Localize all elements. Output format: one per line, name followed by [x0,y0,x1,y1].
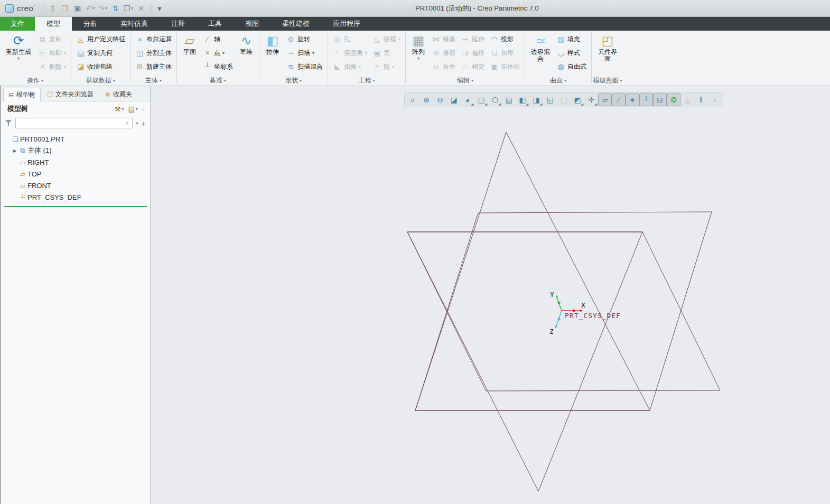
extend-button[interactable]: ↦延伸 [459,32,487,46]
tree-display-options-icon[interactable]: ▤▾ [128,105,137,113]
group-label-形状[interactable]: 形状▾ [260,76,327,86]
open-file-icon[interactable]: ❐ [59,3,71,14]
boolean-button[interactable]: ●布尔运算 [133,32,174,46]
csys-display-icon[interactable]: ┴ [639,94,653,106]
datum-plane-button[interactable]: ▱平面 [180,32,200,57]
axis-display-icon[interactable]: ∕ [612,94,626,106]
revolve-button[interactable]: ⊙旋转 [284,32,325,46]
thicken-button[interactable]: ⊔加厚 [488,46,522,60]
delete-button[interactable]: ✕删除▾ [36,60,68,73]
tree-filter-input[interactable] [15,118,133,128]
group-label-模型意图[interactable]: 模型意图▾ [592,76,623,86]
group-label-获取数据[interactable]: 获取数据▾ [72,76,129,86]
tab-应用程序[interactable]: 应用程序 [321,17,372,31]
solidify-button[interactable]: ◼实体化 [488,60,522,73]
display-style-icon[interactable]: ▢◢ [474,94,488,106]
draft-button[interactable]: ◺拔模▾ [370,32,403,46]
annotation-display-icon[interactable]: ⊟ [653,94,667,106]
tree-row[interactable]: ▱FRONT [0,180,150,191]
pattern-button[interactable]: ▦阵列▾ [408,32,428,62]
group-label-编辑[interactable]: 编辑▾ [406,76,524,86]
plane-display-icon[interactable]: ▱ [598,94,612,106]
paste-button[interactable]: ⎘粘贴▾ [36,46,68,60]
datum-axis-button[interactable]: ∕轴 [201,32,235,46]
tree-row[interactable]: ❏PRT0001.PRT [0,133,150,145]
hole-button[interactable]: ◎孔 [331,32,369,46]
swept-blend-button[interactable]: ≋扫描混合 [284,60,325,73]
tree-settings-icon[interactable]: ⚒▾ [115,105,124,113]
dragger-display-icon[interactable]: ◬ [680,94,694,106]
rib-button[interactable]: ≡筋▾ [370,60,403,73]
panel-tab-模型树[interactable]: ⊟模型树 [3,88,41,101]
trim-button[interactable]: ⊘修剪 [430,46,458,60]
datum-display-filters-icon[interactable]: ✛◢ [584,94,598,106]
close-window-icon[interactable]: ✕ [135,3,147,14]
shrinkwrap-button[interactable]: ◪收缩包络 [74,60,127,73]
graphics-viewport[interactable]: XYZPRT_CSYS_DEF ⌕⊕⊖◪◕◢▢◢⬡◢▤◧◢◨◢◱▢◩◢✛◢▱∕∗… [151,86,830,504]
saved-orientations-icon[interactable]: ⬡◢ [488,94,502,106]
style-button[interactable]: ◡样式 [554,46,589,60]
offset-button[interactable]: ⇉偏移 [459,46,487,60]
clipping-icon[interactable]: ◗ [708,94,722,106]
view-ghost-icon[interactable]: ▢ [557,94,571,106]
merge-button[interactable]: ∪合并 [430,60,458,73]
panel-tab-收藏夹[interactable]: ✱收藏夹 [100,87,137,101]
section-icon[interactable]: ◩◢ [571,94,584,106]
filter-clear-icon[interactable]: × [125,120,133,126]
panel-tab-文件夹浏览器[interactable]: ❐文件夹浏览器 [42,87,99,101]
split-body-button[interactable]: ◫分割主体 [133,46,174,60]
tab-文件[interactable]: 文件 [0,17,35,31]
tree-row[interactable]: ▶⧉主体 (1) [0,145,150,156]
filter-add-icon[interactable]: + [141,119,146,128]
tree-row[interactable]: ▱RIGHT [0,156,150,168]
sketch-button[interactable]: ∿草绘 [236,32,256,57]
undo-icon[interactable]: ↶▾ [85,3,96,14]
view-manager-icon[interactable]: ▤ [502,94,516,106]
tab-注释[interactable]: 注释 [160,17,197,31]
redo-icon[interactable]: ↷▾ [97,3,109,14]
group-label-基准[interactable]: 基准▾ [178,76,258,86]
perspective-view-icon[interactable]: ◱ [543,94,557,106]
point-display-icon[interactable]: ∗ [626,94,639,106]
regenerate-quick-icon[interactable]: ⇅ [110,3,122,14]
fill-button[interactable]: ▨填充 [554,32,589,46]
project-button[interactable]: ◠投影 [488,32,522,46]
copy-button[interactable]: ⧉复制 [36,32,68,46]
round-button[interactable]: ◜倒圆角▾ [331,46,369,60]
boundary-blend-button[interactable]: ≃边界混合 [528,32,553,63]
udf-button[interactable]: ◬用户定义特征 [74,32,127,46]
intersect-button[interactable]: ∩相交 [459,60,487,73]
pause-icon[interactable]: ‖ [694,94,708,106]
zoom-out-icon[interactable]: ⊖ [433,94,447,106]
tree-row[interactable]: ▱TOP [0,168,150,180]
shell-button[interactable]: ▣壳 [370,46,403,60]
spin-center-icon[interactable]: ❂ [667,94,680,106]
freestyle-button[interactable]: ◍自由式 [554,60,589,73]
tab-工具[interactable]: 工具 [197,17,234,31]
extrude-button[interactable]: ◧拉伸 [262,32,283,57]
tree-row[interactable]: ┴PRT_CSYS_DEF [0,191,150,203]
shading-style-icon[interactable]: ◕◢ [461,94,474,106]
tab-模型[interactable]: 模型 [35,17,72,31]
datum-csys-button[interactable]: ┴坐标系 [201,60,235,73]
tab-视图[interactable]: 视图 [234,17,271,31]
group-label-主体[interactable]: 主体▾ [131,76,176,86]
datum-point-button[interactable]: ×点▾ [201,46,235,60]
insertion-indicator[interactable] [4,206,147,207]
save-icon[interactable]: ▣ [72,3,83,14]
zoom-in-icon[interactable]: ⊕ [419,94,433,106]
repaint-icon[interactable]: ◪ [447,94,461,106]
group-label-操作[interactable]: 操作▾ [0,76,70,86]
tab-柔性建模[interactable]: 柔性建模 [271,17,321,31]
copy-geometry-button[interactable]: ▤复制几何 [74,46,127,60]
expander-icon[interactable]: ▶ [12,148,18,153]
group-label-曲面[interactable]: 曲面▾ [526,76,591,86]
window-icon[interactable]: ❒▾ [123,3,134,14]
sweep-button[interactable]: ∼扫描▾ [284,46,325,60]
filter-dropdown-icon[interactable]: ▾ [136,121,138,126]
regenerate-button[interactable]: ⟳重新生成▾ [2,32,35,62]
group-label-工程[interactable]: 工程▾ [329,76,405,86]
component-interface-button[interactable]: ◰元件界面 [594,32,621,63]
reorient-view-icon[interactable]: ◧◢ [516,94,529,106]
previous-orientation-icon[interactable]: ◨◢ [529,94,543,106]
